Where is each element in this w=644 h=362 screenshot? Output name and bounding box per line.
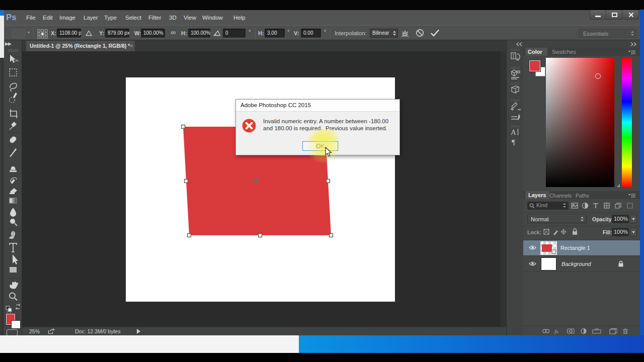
svg-text:fx: fx xyxy=(554,328,558,334)
svg-text:A: A xyxy=(511,128,516,136)
svg-text:¶: ¶ xyxy=(512,138,515,146)
